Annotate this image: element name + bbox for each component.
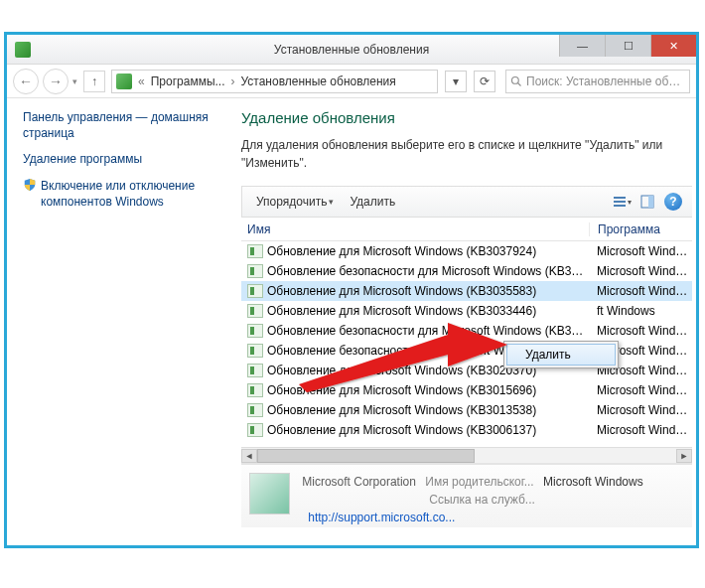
svg-rect-3 xyxy=(614,201,626,203)
context-menu: Удалить xyxy=(503,341,619,368)
update-icon xyxy=(247,284,263,298)
update-program: Microsoft Windows xyxy=(589,284,692,298)
update-program: Microsoft Windows xyxy=(589,324,692,338)
parent-label: Имя родительског... xyxy=(425,475,533,489)
support-link-label: Ссылка на служб... xyxy=(429,493,535,507)
breadcrumb-programs[interactable]: Программы... xyxy=(151,74,225,88)
update-icon xyxy=(247,403,263,417)
update-icon xyxy=(247,383,263,397)
update-name: Обновление безопасности для Microsoft Wi… xyxy=(267,324,589,338)
svg-point-0 xyxy=(512,76,519,83)
publisher-name: Microsoft Corporation xyxy=(302,475,416,489)
sidebar-uninstall-link[interactable]: Удаление программы xyxy=(23,151,210,167)
address-bar[interactable]: « Программы... › Установленные обновлени… xyxy=(111,70,438,93)
page-description: Для удаления обновления выберите его в с… xyxy=(241,136,692,172)
chevron-left-icon: « xyxy=(136,74,147,88)
control-panel-icon xyxy=(116,74,132,89)
chevron-down-icon: ▾ xyxy=(329,197,334,207)
update-program: Microsoft Windows xyxy=(589,403,692,417)
table-row[interactable]: Обновление для Microsoft Windows (KB3037… xyxy=(241,241,692,261)
update-program: Microsoft Windows xyxy=(589,423,692,437)
update-program: Microsoft Windows xyxy=(589,264,692,278)
search-input[interactable]: Поиск: Установленные обно... xyxy=(505,70,690,93)
search-icon xyxy=(510,75,522,87)
update-icon xyxy=(247,264,263,278)
update-icon xyxy=(247,324,263,338)
update-icon xyxy=(247,344,263,358)
forward-button[interactable]: → xyxy=(43,69,69,94)
update-icon xyxy=(247,423,263,437)
sidebar-home-link[interactable]: Панель управления — домашняя страница xyxy=(23,109,210,141)
column-name[interactable]: Имя xyxy=(241,222,589,236)
update-name: Обновление для Microsoft Windows (KB3033… xyxy=(267,304,589,318)
svg-rect-4 xyxy=(614,205,626,207)
back-button[interactable]: ← xyxy=(13,69,39,94)
table-row[interactable]: Обновление безопасности для Microsoft Wi… xyxy=(241,341,692,361)
svg-rect-2 xyxy=(614,197,626,199)
scroll-left-button[interactable]: ◄ xyxy=(241,449,257,463)
list-header: Имя Программа xyxy=(241,218,692,241)
titlebar: Установленные обновления — ☐ ✕ xyxy=(7,35,696,65)
close-button[interactable]: ✕ xyxy=(650,35,696,57)
breadcrumb-updates[interactable]: Установленные обновления xyxy=(241,74,396,88)
page-title: Удаление обновления xyxy=(241,109,692,126)
update-program: Microsoft Windows xyxy=(589,383,692,397)
table-row[interactable]: Обновление безопасности для Microsoft Wi… xyxy=(241,321,692,341)
context-delete-item[interactable]: Удалить xyxy=(506,344,616,366)
table-row[interactable]: Обновление для Microsoft Windows (KB3035… xyxy=(241,281,692,301)
update-icon xyxy=(247,304,263,318)
publisher-icon xyxy=(249,473,290,514)
horizontal-scrollbar[interactable]: ◄ ► xyxy=(241,447,692,463)
update-name: Обновление для Microsoft Windows (KB3037… xyxy=(267,244,589,258)
sidebar-features-link[interactable]: Включение или отключение компонентов Win… xyxy=(23,178,210,210)
uninstall-button[interactable]: Удалить xyxy=(344,192,401,212)
organize-button[interactable]: Упорядочить ▾ xyxy=(250,192,340,212)
sidebar-features-label: Включение или отключение компонентов Win… xyxy=(41,178,210,210)
history-dropdown-icon[interactable]: ▾ xyxy=(72,76,77,86)
shield-icon xyxy=(23,178,37,192)
parent-value: Microsoft Windows xyxy=(543,475,643,489)
update-icon xyxy=(247,364,263,377)
preview-pane-button[interactable] xyxy=(636,191,658,213)
update-list[interactable]: Обновление для Microsoft Windows (KB3037… xyxy=(241,241,692,464)
help-button[interactable]: ? xyxy=(662,191,684,213)
view-options-button[interactable]: ▾ xyxy=(611,191,633,213)
svg-line-1 xyxy=(518,82,521,85)
minimize-button[interactable]: — xyxy=(559,35,605,57)
update-name: Обновление для Microsoft Windows (KB3013… xyxy=(267,403,589,417)
search-placeholder: Поиск: Установленные обно... xyxy=(526,74,685,88)
scroll-right-button[interactable]: ► xyxy=(676,449,692,463)
main-panel: Удаление обновления Для удаления обновле… xyxy=(221,99,696,545)
table-row[interactable]: Обновление для Microsoft Windows (KB3013… xyxy=(241,400,692,420)
update-program: Microsoft Windows xyxy=(589,244,692,258)
maximize-button[interactable]: ☐ xyxy=(605,35,650,57)
address-dropdown[interactable]: ▾ xyxy=(445,71,467,92)
table-row[interactable]: Обновление для Microsoft Windows (KB3033… xyxy=(241,301,692,321)
svg-rect-6 xyxy=(648,196,653,208)
update-name: Обновление безопасности для Microsoft Wi… xyxy=(267,264,589,278)
table-row[interactable]: Обновление для Microsoft Windows (KB3006… xyxy=(241,420,692,440)
column-program[interactable]: Программа xyxy=(589,222,692,236)
support-link[interactable]: http://support.microsoft.co... xyxy=(308,511,455,524)
table-row[interactable]: Обновление безопасности для Microsoft Wi… xyxy=(241,261,692,281)
update-name: Обновление для Microsoft Windows (KB3006… xyxy=(267,423,589,437)
update-name: Обновление для Microsoft Windows (KB3015… xyxy=(267,383,589,397)
toolbar: Упорядочить ▾ Удалить ▾ ? xyxy=(241,186,692,218)
scrollbar-thumb[interactable] xyxy=(257,449,475,463)
sidebar: Панель управления — домашняя страница Уд… xyxy=(7,99,221,545)
update-icon xyxy=(247,244,263,258)
update-name: Обновление для Microsoft Windows (KB3035… xyxy=(267,284,589,298)
table-row[interactable]: Обновление для Microsoft Windows (KB3015… xyxy=(241,380,692,400)
table-row[interactable]: Обновление для Microsoft Windows (KB3020… xyxy=(241,361,692,380)
refresh-button[interactable]: ⟳ xyxy=(474,71,495,92)
chevron-right-icon: › xyxy=(229,74,237,88)
navbar: ← → ▾ ↑ « Программы... › Установленные о… xyxy=(7,65,696,98)
update-program: ft Windows xyxy=(589,304,692,318)
up-button[interactable]: ↑ xyxy=(83,71,105,92)
details-pane: Microsoft Corporation Имя родительског..… xyxy=(241,464,692,527)
